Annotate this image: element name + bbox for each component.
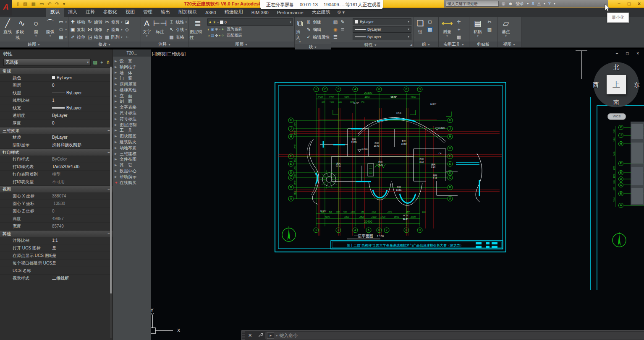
restore-button[interactable]: □ bbox=[628, 1, 631, 7]
linetype-list-tool[interactable]: ☰ bbox=[332, 34, 351, 41]
ellipse-tool[interactable]: ⬭▾ bbox=[58, 26, 67, 33]
wcs-button[interactable]: WCS bbox=[607, 113, 626, 120]
circle-tool[interactable]: ○圆▾ bbox=[30, 18, 42, 37]
layer-off-icon[interactable]: ◐ bbox=[207, 27, 209, 31]
cut-tool[interactable]: ✂ bbox=[487, 18, 492, 26]
help-icon[interactable]: ? bbox=[548, 0, 551, 8]
palette-section-header[interactable]: 打印样式− bbox=[0, 149, 113, 156]
layer-unlock-icon[interactable]: ✦ bbox=[221, 27, 225, 31]
layer-match2-icon[interactable]: ▤ bbox=[210, 34, 214, 38]
ribbon-tab-9[interactable]: 精选应用 bbox=[220, 7, 247, 17]
dimension-tool[interactable]: ⊢⊣标注 bbox=[153, 18, 167, 35]
palette-section-header[interactable]: 其他− bbox=[0, 230, 113, 237]
panel-expander-icon[interactable]: ◢ bbox=[410, 42, 412, 47]
ribbon-tab-8[interactable]: A360 bbox=[201, 8, 220, 17]
viewcube-south-label[interactable]: 南 bbox=[613, 99, 619, 106]
search-input[interactable]: 键入关键字或短语 bbox=[446, 1, 499, 7]
ribbon-tab-11[interactable]: Performance bbox=[273, 8, 308, 17]
quick-select-icon[interactable]: ⋔ bbox=[106, 60, 110, 65]
layer-freeze-icon[interactable]: ☀ bbox=[212, 20, 216, 24]
command-settings-icon[interactable] bbox=[255, 332, 265, 339]
ungroup-tool[interactable]: ⊟ bbox=[427, 18, 433, 26]
property-value[interactable]: TArch20V4.ctb bbox=[52, 164, 113, 169]
array-tool[interactable]: ▦阵列▾ bbox=[104, 34, 123, 41]
t20-menu-item-5[interactable]: ▶楼梯其他 bbox=[113, 87, 151, 93]
signin-link[interactable]: 登录 bbox=[516, 0, 524, 8]
property-value[interactable]: ByLayer bbox=[52, 113, 113, 118]
property-value[interactable]: 模型 bbox=[52, 171, 113, 177]
plot-icon[interactable]: ▭ bbox=[39, 1, 44, 7]
block-panel-label[interactable]: 块 ▼ bbox=[295, 44, 331, 49]
line-tool[interactable]: ╱直线 bbox=[1, 18, 14, 35]
table-tool[interactable]: ▦表格 bbox=[168, 34, 187, 41]
viewport-window-controls[interactable]: − □ × bbox=[616, 51, 642, 56]
app-store-icon[interactable]: △ bbox=[537, 0, 541, 8]
ribbon-tab-7[interactable]: 附加模块 bbox=[174, 7, 201, 17]
palette-section-header[interactable]: 视图− bbox=[0, 186, 113, 192]
ribbon-tab-2[interactable]: 注释 bbox=[81, 7, 99, 17]
property-value[interactable]: -13530 bbox=[52, 201, 113, 206]
ribbon-tab-10[interactable]: BIM 360 bbox=[247, 8, 273, 17]
color-dropdown[interactable]: ByLayer▾ bbox=[353, 18, 411, 25]
ribbon-tab-5[interactable]: 管理 bbox=[139, 7, 157, 17]
text-tool[interactable]: A文字▾ bbox=[142, 18, 151, 37]
t20-menu-item-15[interactable]: ▶场地布置 bbox=[113, 145, 151, 151]
property-value[interactable]: ByLayer bbox=[52, 135, 113, 140]
erase-tool[interactable]: ◪ bbox=[124, 18, 130, 26]
ribbon-tab-3[interactable]: 参数化 bbox=[99, 7, 121, 17]
fillet-tool[interactable]: ╭圆角▾ bbox=[104, 26, 123, 33]
properties-panel-label[interactable]: 特性 ▼ ◢ bbox=[331, 42, 414, 47]
save-icon[interactable]: ▦ bbox=[31, 1, 35, 7]
palette-scrollbar[interactable] bbox=[110, 66, 112, 338]
t20-menu-item-6[interactable]: ▶立 面 bbox=[113, 93, 151, 99]
t20-menu-item-8[interactable]: ▶文字表格 bbox=[113, 104, 151, 110]
scale-tool[interactable]: ◲缩放 bbox=[87, 34, 102, 41]
tab-options-gear-icon[interactable]: ⚙ ▾ bbox=[335, 8, 347, 17]
property-value[interactable]: 是 bbox=[52, 253, 113, 259]
ribbon-tab-1[interactable]: 插入 bbox=[64, 7, 81, 17]
property-value[interactable]: 0 bbox=[52, 209, 113, 213]
select-objects-icon[interactable]: ＋ bbox=[99, 59, 104, 65]
viewcube-west-label[interactable]: 西 bbox=[593, 81, 599, 89]
search-binoculars-icon[interactable]: ◎ bbox=[502, 0, 505, 8]
viewport-label[interactable]: [-][俯视][二维线框] bbox=[152, 51, 186, 57]
copy-clip-tool[interactable]: ▥ bbox=[487, 26, 492, 33]
layer-prev-icon[interactable]: ✥ bbox=[215, 34, 218, 38]
edit-attrib-tool[interactable]: ✓编辑属性 bbox=[306, 34, 330, 41]
move-tool[interactable]: ✚移动 bbox=[70, 18, 85, 26]
t20-menu-item-10[interactable]: ▶符号标注 bbox=[113, 116, 151, 122]
open-file-icon[interactable]: ▨ bbox=[23, 1, 27, 7]
layer-on-icon[interactable]: ● bbox=[209, 20, 211, 24]
layer-lock-icon[interactable]: ▪ bbox=[217, 20, 219, 24]
property-value[interactable]: 388074 bbox=[52, 194, 113, 198]
layer-walk-icon[interactable]: ◑ bbox=[207, 34, 209, 38]
layer-lock2-icon[interactable]: ▫ bbox=[219, 27, 220, 31]
help-dropdown-icon[interactable]: ▾ bbox=[554, 0, 555, 8]
t20-menu-item-0[interactable]: ▶设 置 bbox=[113, 58, 151, 64]
layer-delete-icon[interactable]: ✧ bbox=[221, 34, 225, 38]
ribbon-tab-0[interactable]: 默认 bbox=[46, 7, 64, 17]
minimize-button[interactable]: − bbox=[618, 1, 620, 7]
property-value[interactable]: 85749 bbox=[52, 224, 113, 228]
lineweight-dropdown[interactable]: ByLayer▾ bbox=[353, 26, 411, 33]
rotate-tool[interactable]: ↻旋转 bbox=[87, 18, 102, 26]
ribbon-tab-4[interactable]: 视图 bbox=[121, 7, 139, 17]
rectangle-tool[interactable]: ▭▾ bbox=[58, 18, 67, 26]
t20-menu-item-14[interactable]: ▶建筑防火 bbox=[113, 139, 151, 145]
insert-block-tool[interactable]: ⧉插入▾ bbox=[296, 18, 304, 43]
trim-tool[interactable]: ✂修剪▾ bbox=[104, 18, 123, 26]
user-icon[interactable]: ☻ bbox=[508, 0, 513, 8]
draw-panel-label[interactable]: 绘图 ▼ bbox=[0, 42, 68, 47]
arc-tool[interactable]: ⌒圆弧▾ bbox=[44, 18, 57, 37]
layer-color-swatch[interactable] bbox=[220, 21, 223, 24]
undo-icon[interactable]: ↶ bbox=[47, 1, 51, 7]
property-value[interactable]: ByLayer bbox=[52, 75, 113, 80]
layer-properties-tool[interactable]: ≣图层特性 bbox=[190, 18, 206, 41]
layer-freeze2-icon[interactable]: ❄ bbox=[215, 27, 218, 31]
group-tool[interactable]: ❏组 bbox=[415, 18, 425, 35]
layer-merge-icon[interactable]: ▪ bbox=[219, 34, 220, 38]
property-value[interactable]: ByLayer bbox=[52, 106, 113, 110]
property-value[interactable]: 二维线框 bbox=[52, 275, 113, 281]
ribbon-tab-6[interactable]: 输出 bbox=[157, 7, 174, 17]
signin-dropdown-icon[interactable]: ▾ bbox=[527, 0, 529, 8]
